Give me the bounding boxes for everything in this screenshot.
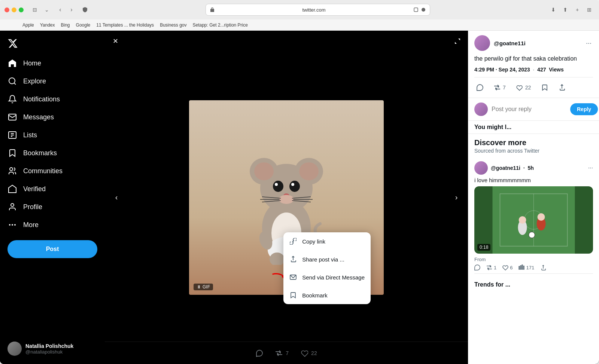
sidebar-profile[interactable]: Natallia Polishchuk @nataliapolishuk [0,338,105,360]
window-control-chevron[interactable]: ⌄ [42,4,52,15]
next-button[interactable]: › [449,190,464,205]
bookmark-yandex[interactable]: Yandex [40,22,55,28]
reply-input[interactable] [492,106,566,113]
address-bar[interactable]: twitter.com [206,4,430,16]
sidebar-item-label-explore: Explore [23,77,46,85]
share-action-button[interactable] [556,82,568,93]
you-might-like-text: You might l... [474,124,511,130]
context-menu-send-dm[interactable]: Send via Direct Message [283,268,371,286]
share-action-icon [559,84,565,91]
comment-action-button[interactable] [474,82,486,93]
you-might-like-section: You might l... [468,121,599,134]
sidebar-item-lists[interactable]: Lists [0,126,105,144]
share-button[interactable]: ⬆ [560,4,571,15]
svg-point-8 [11,204,14,207]
svg-rect-54 [523,266,524,269]
discover-more-button[interactable]: ··· [588,165,593,171]
discover-share-btn[interactable] [540,264,546,270]
sidebar-item-profile[interactable]: Profile [0,198,105,215]
sidebar-item-notifications[interactable]: Notifications [0,91,105,108]
trends-section: Trends for ... [468,278,599,291]
svg-point-25 [279,195,294,204]
discover-media-timer: 0:18 [477,244,490,251]
context-menu-share-post[interactable]: Share post via ... [283,250,371,268]
discover-media-thumbnail[interactable]: 0:18 [474,186,593,254]
twitter-right-panel: @goatne11i ··· the perwilo gif for that … [468,31,599,364]
bottom-comment-button[interactable] [256,349,263,357]
traffic-light-red[interactable] [4,7,9,12]
download-button[interactable]: ⬇ [548,4,559,15]
sidebar-item-communities[interactable]: Communities [0,162,105,180]
more-icon [7,220,17,230]
forward-button[interactable]: › [66,4,77,15]
sidebar-item-label-lists: Lists [23,131,37,139]
tab-overview-button[interactable]: ⊞ [584,4,595,15]
bookmark-icon [7,148,17,158]
tweet-more-button[interactable]: ··· [584,38,593,49]
sidebar-toggle-button[interactable]: ⊟ [30,4,40,15]
bottom-retweet-button[interactable]: 7 [275,349,289,357]
new-tab-button[interactable]: + [572,4,583,15]
discover-comment-btn[interactable] [474,264,480,270]
sidebar-item-label-profile: Profile [23,203,42,211]
reply-button[interactable]: Reply [570,103,598,115]
list-icon [7,130,17,140]
post-button[interactable]: Post [7,240,97,258]
sidebar-item-messages[interactable]: Messages [0,108,105,126]
sidebar-item-more[interactable]: More [0,216,105,233]
back-button[interactable]: ‹ [55,4,66,15]
sidebar-item-bookmarks[interactable]: Bookmarks [0,144,105,162]
bottom-retweet-count: 7 [286,350,289,356]
close-button[interactable]: ✕ [109,34,122,48]
discover-like-btn[interactable]: 6 [502,264,513,270]
link-icon [289,238,297,245]
reply-avatar [474,103,488,116]
bottom-like-count: 22 [311,350,317,356]
traffic-light-green[interactable] [19,7,24,12]
discover-from: From [474,257,593,262]
sidebar-item-verified[interactable]: Verified [0,180,105,198]
bookmark-action-button[interactable] [539,82,550,93]
context-menu-bookmark[interactable]: Bookmark [283,286,371,304]
comment-action-icon [477,84,483,91]
traffic-light-yellow[interactable] [12,7,16,12]
discover-subtitle: Sourced from across Twitter [474,148,593,154]
discover-tweet-header: @goatne11i · 5h ··· [474,161,593,175]
context-menu-copy-link[interactable]: Copy link [283,232,371,250]
bookmark-templates[interactable]: 11 Templates ... the Holidays [96,22,154,28]
context-bookmark-icon [289,291,297,299]
bookmark-bing[interactable]: Bing [61,22,70,28]
bookmark-business[interactable]: Business gov [160,22,186,28]
sidebar-profile-name: Natallia Polishchuk [25,343,73,349]
twitter-modal-overlay: Home Explore Notifications [0,31,599,364]
discover-retweet-count: 1 [494,265,496,270]
expand-button[interactable] [451,34,464,48]
discover-like-count: 6 [510,265,513,270]
retweet-icon [275,349,283,357]
svg-point-46 [519,216,526,224]
heart-icon [301,349,308,357]
sidebar-item-explore[interactable]: Explore [0,73,105,90]
verified-icon [7,184,17,194]
discover-like-icon [502,264,508,270]
discover-views-btn[interactable]: 171 [519,264,534,270]
sidebar-item-home[interactable]: Home [0,55,105,72]
bookmark-apple[interactable]: Apple [22,22,34,28]
sidebar-logo[interactable] [0,35,105,55]
bookmark-google[interactable]: Google [76,22,91,28]
soccer-thumbnail-svg [474,186,593,254]
bell-icon [7,94,17,104]
prev-button[interactable]: ‹ [109,190,124,205]
discover-author-name: @goatne11i · 5h [491,165,585,171]
svg-point-48 [538,213,545,221]
discover-comment-icon [474,264,480,270]
like-action-button[interactable]: 22 [514,82,533,93]
discover-retweet-btn[interactable]: 1 [486,264,496,270]
bookmark-setapp[interactable]: Setapp: Get 2...ription Price [193,22,248,28]
window-controls: ⊟ ⌄ [30,4,52,15]
bottom-like-button[interactable]: 22 [301,349,317,357]
home-icon [7,58,17,68]
reload-icon[interactable] [421,7,426,12]
retweet-action-button[interactable]: 7 [492,82,508,93]
shield-icon [80,4,90,15]
